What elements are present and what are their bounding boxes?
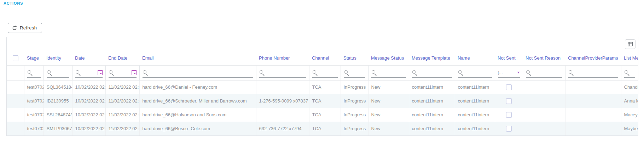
column-chooser-icon (628, 42, 633, 46)
search-icon[interactable] (312, 70, 318, 75)
cell-email: hard drive_66@Daniel - Feeney.com (139, 80, 256, 94)
cell-date: 10/02/2022 02:00 (72, 108, 105, 122)
table-row[interactable]: test0702 SMTP9306727 10/02/2022 02:00 11… (7, 122, 638, 135)
cell-message-template: content11intern (409, 108, 455, 122)
cell-email: hard drive_66@Halvorson and Sons.com (139, 108, 256, 122)
search-icon[interactable] (568, 70, 574, 75)
cell-end-date: 11/02/2022 02:00 (105, 108, 139, 122)
column-label: Channel (312, 55, 329, 61)
cell-channel: TCA (309, 80, 341, 94)
column-header-list-members[interactable]: List Me (621, 51, 638, 65)
search-icon[interactable] (75, 70, 81, 75)
search-icon[interactable] (412, 70, 417, 75)
filter-cell-stage[interactable] (24, 65, 43, 80)
filter-cell-channel[interactable] (309, 65, 341, 80)
column-label: Not Sent (498, 55, 516, 61)
cell-status: InProgress (341, 122, 368, 135)
cell-list-members: Maybe (621, 122, 638, 135)
table-row[interactable]: test0702 SQL3645184 10/02/2022 02:00 11/… (7, 80, 638, 94)
filter-cell-date[interactable] (72, 65, 105, 80)
chevron-down-icon[interactable] (517, 72, 520, 73)
column-header-identity[interactable]: Identity (43, 51, 72, 65)
column-header-not-sent[interactable]: Not Sent (495, 51, 523, 65)
cell-identity: SQL3645184 (43, 80, 72, 94)
filter-cell-end-date[interactable] (105, 65, 139, 80)
filter-cell-email[interactable] (139, 65, 256, 80)
cell-date: 10/02/2022 02:00 (72, 122, 105, 135)
column-header-not-sent-reason[interactable]: Not Sent Reason (523, 51, 565, 65)
not-sent-checkbox[interactable] (506, 126, 512, 132)
column-label: Name (458, 55, 470, 61)
filter-cell-channel-provider-params[interactable] (565, 65, 621, 80)
column-label: Date (75, 55, 85, 61)
filter-cell-name[interactable] (455, 65, 495, 80)
search-icon[interactable] (143, 70, 148, 75)
column-header-stage[interactable]: Stage (24, 51, 43, 65)
cell-email: hard drive_66@Bosco- Cole.com (139, 122, 256, 135)
search-icon[interactable] (344, 70, 349, 75)
cell-select (7, 80, 24, 94)
table-row[interactable]: test0702 IB2130955 10/02/2022 02:00 11/0… (7, 94, 638, 108)
refresh-button[interactable]: Refresh (8, 23, 42, 33)
filter-cell-list-members[interactable] (621, 65, 638, 80)
table-row[interactable]: test0702 SSL2648749 10/02/2022 02:00 11/… (7, 108, 638, 122)
cell-message-status: New (368, 108, 409, 122)
not-sent-checkbox[interactable] (506, 98, 512, 104)
filter-row: (... (7, 65, 638, 80)
column-header-status[interactable]: Status (341, 51, 368, 65)
cell-select (7, 94, 24, 108)
column-header-message-status[interactable]: Message Status (368, 51, 409, 65)
cell-list-members: Macey (621, 108, 638, 122)
refresh-button-label: Refresh (20, 25, 37, 31)
cell-phone-number (256, 80, 309, 94)
filter-cell-not-sent-reason[interactable] (523, 65, 565, 80)
search-icon[interactable] (624, 70, 630, 75)
cell-identity: SSL2648749 (43, 108, 72, 122)
column-header-phone-number[interactable]: Phone Number (256, 51, 309, 65)
cell-channel-provider-params (565, 94, 621, 108)
calendar-icon[interactable] (132, 70, 137, 75)
column-header-date[interactable]: Date (72, 51, 105, 65)
column-chooser-button[interactable] (625, 39, 636, 49)
search-icon[interactable] (458, 70, 463, 75)
column-header-end-date[interactable]: End Date (105, 51, 139, 65)
not-sent-checkbox[interactable] (506, 84, 512, 90)
not-sent-checkbox[interactable] (506, 112, 512, 118)
filter-cell-select (7, 65, 24, 80)
search-icon[interactable] (526, 70, 531, 75)
column-header-name[interactable]: Name (455, 51, 495, 65)
cell-email: hard drive_66@Schroeder, Miller and Barr… (139, 94, 256, 108)
cell-stage: test0702 (24, 94, 43, 108)
cell-end-date: 11/02/2022 02:00 (105, 122, 139, 135)
column-header-channel[interactable]: Channel (309, 51, 341, 65)
cell-not-sent-reason (523, 94, 565, 108)
column-label: End Date (108, 55, 127, 61)
filter-cell-status[interactable] (341, 65, 368, 80)
cell-identity: IB2130955 (43, 94, 72, 108)
select-all-checkbox[interactable] (13, 55, 18, 61)
header-row: Stage Identity Date End Date Email Phone… (7, 51, 638, 65)
filter-cell-phone-number[interactable] (256, 65, 309, 80)
column-header-channel-provider-params[interactable]: ChannelProviderParams (565, 51, 621, 65)
column-label: Message Status (371, 55, 404, 61)
search-icon[interactable] (47, 70, 52, 75)
cell-not-sent (495, 94, 523, 108)
search-icon[interactable] (259, 70, 265, 75)
search-icon[interactable] (27, 70, 33, 75)
column-header-email[interactable]: Email (139, 51, 256, 65)
search-icon[interactable] (109, 70, 114, 75)
not-sent-filter-value: (... (498, 70, 503, 75)
cell-status: InProgress (341, 108, 368, 122)
cell-name: content11intern (455, 94, 495, 108)
filter-cell-message-template[interactable] (409, 65, 455, 80)
records-table: Stage Identity Date End Date Email Phone… (7, 51, 638, 136)
filter-cell-message-status[interactable] (368, 65, 409, 80)
cell-phone-number (256, 108, 309, 122)
cell-channel-provider-params (565, 108, 621, 122)
filter-cell-not-sent[interactable]: (... (495, 65, 523, 80)
search-icon[interactable] (371, 70, 377, 75)
column-label: Email (142, 55, 154, 61)
calendar-icon[interactable] (98, 70, 103, 75)
filter-cell-identity[interactable] (43, 65, 72, 80)
column-header-message-template[interactable]: Message Template (409, 51, 455, 65)
